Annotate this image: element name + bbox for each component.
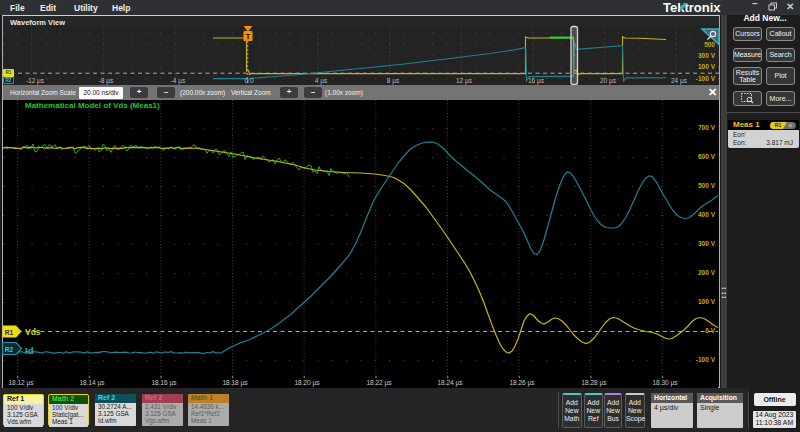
svg-text:R1: R1 [775,122,782,128]
svg-text:R2: R2 [5,346,14,353]
svg-text:T: T [246,32,251,41]
svg-text:R1: R1 [5,329,14,336]
